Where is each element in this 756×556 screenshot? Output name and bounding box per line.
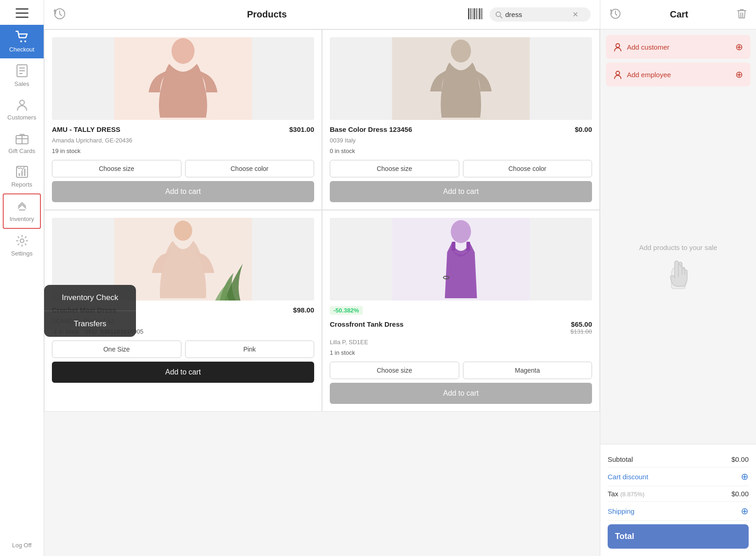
- svg-point-33: [451, 40, 471, 62]
- choose-color-button-p4[interactable]: Magenta: [463, 362, 592, 379]
- shipping-row[interactable]: Shipping ⊕: [608, 502, 749, 521]
- svg-point-4: [24, 40, 26, 42]
- sidebar-item-sales[interactable]: Sales: [0, 58, 44, 93]
- employee-icon: [613, 70, 622, 79]
- product-stock-p2: 0 in stock: [330, 148, 592, 154]
- choose-size-button-p3[interactable]: One Size: [52, 340, 181, 358]
- subtotal-label: Subtotal: [608, 455, 633, 463]
- topbar: Products ✕: [44, 0, 600, 29]
- products-grid: AMU - TALLY DRESS $301.00 Amanda Upricha…: [44, 29, 600, 412]
- product-header-p1: AMU - TALLY DRESS $301.00: [52, 125, 314, 133]
- history-button[interactable]: [53, 7, 66, 22]
- svg-rect-21: [470, 8, 471, 19]
- product-image-p4: [330, 218, 592, 301]
- sidebar-item-customers-label: Customers: [7, 114, 36, 121]
- sidebar-item-customers[interactable]: Customers: [0, 93, 44, 126]
- product-price-p1: $301.00: [289, 125, 314, 133]
- svg-rect-27: [481, 8, 482, 19]
- svg-point-31: [172, 38, 195, 64]
- product-stock-p1: 19 in stock: [52, 148, 314, 154]
- cart-header: Cart: [600, 0, 756, 29]
- sidebar-item-gift-cards[interactable]: Gift Cards: [0, 126, 44, 160]
- add-customer-row[interactable]: Add customer ⊕: [606, 35, 750, 59]
- product-sub-p1: Amanda Uprichard, GE-20436: [52, 137, 314, 144]
- cart-title: Cart: [621, 9, 737, 20]
- product-name-p1: AMU - TALLY DRESS: [52, 125, 289, 133]
- add-to-cart-button-p4[interactable]: Add to cart: [330, 383, 592, 404]
- sidebar-item-reports[interactable]: Reports: [0, 160, 44, 193]
- product-card-p2: Base Color Dress 123456 $0.00 0039 Italy…: [322, 29, 600, 210]
- svg-rect-22: [472, 8, 473, 19]
- add-employee-label: Add employee: [627, 71, 671, 79]
- tax-value: $0.00: [731, 490, 749, 498]
- choose-size-button-p1[interactable]: Choose size: [52, 160, 181, 177]
- product-sub-p2: 0039 Italy: [330, 137, 592, 144]
- sidebar-item-checkout[interactable]: Checkout: [0, 25, 44, 58]
- svg-rect-0: [16, 8, 28, 10]
- search-box: ✕: [490, 7, 591, 22]
- page-title: Products: [73, 9, 460, 20]
- add-to-cart-button-p3[interactable]: Add to cart: [52, 362, 314, 383]
- svg-rect-2: [16, 17, 28, 18]
- cart-discount-plus-icon[interactable]: ⊕: [741, 471, 749, 482]
- product-card-p1: AMU - TALLY DRESS $301.00 Amanda Upricha…: [44, 29, 322, 210]
- product-name-p2: Base Color Dress 123456: [330, 125, 575, 133]
- sidebar: Checkout Sales Customers Gift Cards: [0, 0, 44, 556]
- product-price-p4: $65.00: [570, 320, 592, 328]
- shipping-plus-icon[interactable]: ⊕: [741, 505, 749, 516]
- choose-size-button-p2[interactable]: Choose size: [330, 160, 459, 177]
- menu-icon[interactable]: [16, 0, 28, 25]
- product-image-svg-p1: [52, 37, 314, 120]
- svg-point-9: [20, 100, 24, 105]
- add-customer-label: Add customer: [627, 43, 670, 51]
- product-header-p4: Crossfront Tank Dress $65.00 $131.00: [330, 320, 592, 335]
- subtotal-row: Subtotal $0.00: [608, 452, 749, 467]
- cart-empty-icon: [665, 259, 692, 293]
- add-to-cart-button-p1[interactable]: Add to cart: [52, 181, 314, 202]
- sidebar-item-inventory[interactable]: Inventory: [3, 193, 41, 229]
- product-image-p1: [52, 37, 314, 120]
- search-input[interactable]: [505, 11, 570, 18]
- product-stock-p4: 1 in stock: [330, 349, 592, 356]
- add-employee-left: Add employee: [613, 70, 671, 79]
- choose-color-button-p1[interactable]: Choose color: [185, 160, 315, 177]
- product-image-p2: [330, 37, 592, 120]
- choose-size-button-p4[interactable]: Choose size: [330, 362, 459, 379]
- sidebar-item-inventory-label: Inventory: [10, 216, 34, 222]
- history-cart-button[interactable]: [609, 8, 621, 21]
- add-to-cart-button-p2[interactable]: Add to cart: [330, 181, 592, 202]
- cart-discount-row[interactable]: Cart discount ⊕: [608, 467, 749, 486]
- choose-color-button-p2[interactable]: Choose color: [463, 160, 592, 177]
- tax-rate: (8.875%): [621, 491, 645, 498]
- svg-rect-38: [452, 242, 456, 251]
- shipping-label: Shipping: [608, 507, 634, 515]
- svg-point-18: [20, 239, 24, 243]
- sidebar-item-giftcards-label: Gift Cards: [8, 148, 35, 154]
- product-header-p2: Base Color Dress 123456 $0.00: [330, 125, 592, 133]
- svg-point-35: [174, 221, 192, 241]
- choose-color-button-p3[interactable]: Pink: [185, 340, 315, 358]
- transfers-menu-item[interactable]: Transfers: [44, 311, 136, 337]
- svg-rect-39: [467, 242, 470, 251]
- svg-line-29: [500, 16, 502, 18]
- svg-rect-23: [474, 8, 475, 19]
- sidebar-item-settings[interactable]: Settings: [0, 229, 44, 262]
- cart-discount-label: Cart discount: [608, 473, 648, 481]
- barcode-button[interactable]: [468, 7, 482, 22]
- total-button[interactable]: Total: [608, 524, 749, 549]
- add-employee-plus-icon: ⊕: [735, 69, 743, 80]
- customer-icon: [613, 42, 622, 51]
- tax-row: Tax (8.875%) $0.00: [608, 486, 749, 502]
- svg-rect-25: [478, 8, 478, 19]
- inventory-check-menu-item[interactable]: Inventory Check: [44, 285, 136, 311]
- main-area: Products ✕: [44, 0, 600, 556]
- delete-cart-button[interactable]: [737, 8, 747, 21]
- svg-point-43: [616, 71, 620, 75]
- add-employee-row[interactable]: Add employee ⊕: [606, 62, 750, 86]
- product-actions-p4: Choose size Magenta: [330, 362, 592, 379]
- svg-rect-26: [479, 8, 480, 19]
- search-clear-button[interactable]: ✕: [572, 10, 578, 19]
- logoff-button[interactable]: Log Off: [12, 534, 31, 556]
- svg-rect-20: [468, 8, 469, 19]
- tax-label: Tax (8.875%): [608, 490, 644, 498]
